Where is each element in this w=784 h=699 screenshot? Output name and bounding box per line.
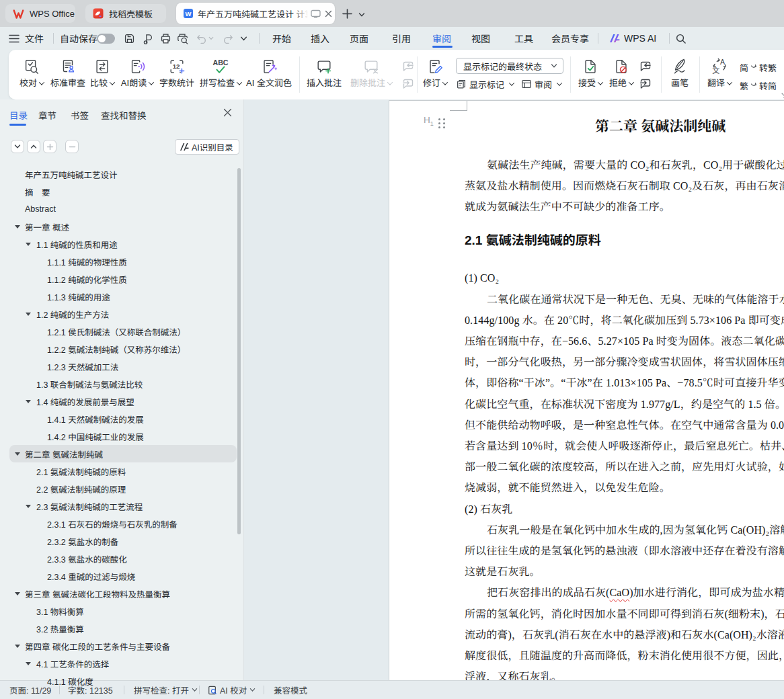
menu-file[interactable]: 文件 — [25, 27, 44, 50]
close-sidebar-icon[interactable] — [223, 108, 232, 117]
outline-item[interactable]: 摘 要 — [0, 183, 243, 200]
undo-chevron-icon — [208, 27, 214, 50]
hamburger-menu-icon[interactable] — [9, 27, 19, 50]
tab-list-chevron-icon[interactable] — [355, 8, 368, 22]
export-pdf-icon[interactable] — [143, 27, 153, 50]
outline-item[interactable]: 1.3 联合制碱法与氨碱法比较 — [0, 375, 243, 393]
outline-item[interactable]: 2.2 氨碱法制纯碱的原理 — [0, 480, 243, 497]
outline-item-label: 3.2 热量衡算 — [36, 622, 84, 635]
status-spell-check[interactable]: 拼写检查: 打开 — [134, 681, 198, 699]
outline-item-label: 第一章 概述 — [25, 220, 69, 233]
outline-expand-button[interactable] — [27, 140, 40, 153]
outline-item[interactable]: 年产五万吨纯碱工艺设计 — [0, 165, 243, 183]
sidebar-scrollbar[interactable] — [237, 168, 241, 534]
outline-collapse-button[interactable] — [11, 140, 24, 153]
tree-collapse-arrow-icon[interactable] — [15, 645, 20, 648]
outline-item-label: 1.2.3 天然碱加工法 — [47, 360, 118, 373]
monitor-icon[interactable] — [309, 7, 322, 20]
outline-item[interactable]: 1.2.3 天然碱加工法 — [0, 358, 243, 375]
save-icon[interactable] — [124, 27, 135, 50]
outline-item[interactable]: 1.1.2 纯碱的化学性质 — [0, 270, 243, 288]
chevron-down-icon — [249, 687, 256, 693]
outline-item[interactable]: 2.3.1 石灰石的煅烧与石灰乳的制备 — [0, 515, 243, 532]
menu-reference[interactable]: 引用 — [392, 27, 411, 50]
outline-item[interactable]: Abstract — [0, 200, 243, 218]
status-page-number[interactable]: 页面: 11/29 — [9, 681, 51, 699]
tab-wps-office[interactable]: WPS Office — [5, 4, 75, 23]
document-page[interactable]: H1 第二章 氨碱法制纯碱氨碱法生产纯碱，需要大量的 CO₂和石灰乳，CO₂用于… — [389, 100, 784, 680]
show-markup-button[interactable]: 显示标记 — [456, 77, 514, 91]
outline-item[interactable]: 1.4.1 天然碱制碱法的发展 — [0, 410, 243, 427]
outline-item[interactable]: 1.2.2 氨碱法制纯碱（又称苏尔维法） — [0, 340, 243, 358]
tree-collapse-arrow-icon[interactable] — [26, 662, 31, 665]
menu-wps-ai[interactable]: WPS AI — [624, 27, 656, 50]
sidebar-tab-contents[interactable]: 目录 — [9, 108, 28, 122]
outline-item[interactable]: 3.2 热量衡算 — [0, 620, 243, 637]
outline-item-label: 2.3.3 氨盐水的碳酸化 — [47, 552, 127, 565]
tab-label: 年产五万吨纯碱工艺设计 计算 — [198, 7, 308, 20]
ai-recognize-outline-button[interactable]: AI识别目录 — [175, 139, 239, 155]
close-tab-icon[interactable] — [322, 7, 335, 20]
outline-item-label: 1.4 纯碱的发展前景与展望 — [36, 395, 134, 408]
outline-item[interactable]: 1.2 纯碱的生产方法 — [0, 305, 243, 323]
status-compat-mode[interactable]: 兼容模式 — [274, 681, 307, 699]
ribbon-expand-icon[interactable] — [781, 93, 784, 98]
menu-page[interactable]: 页面 — [350, 27, 368, 50]
outline-item[interactable]: 第一章 概述 — [0, 218, 243, 235]
search-icon[interactable] — [675, 27, 687, 50]
print-icon[interactable] — [160, 27, 171, 50]
outline-item[interactable]: 第四章 碳化工段的工艺条件与主要设备 — [0, 637, 243, 655]
status-ai-proof[interactable]: AI 校对 — [208, 681, 256, 699]
simplified-to-traditional-button[interactable]: 简 转繁 — [740, 60, 777, 75]
toolbar-chevron-icon[interactable] — [240, 27, 247, 50]
outline-item[interactable]: 1.1.1 纯碱的物理性质 — [0, 253, 243, 270]
traditional-to-simplified-button[interactable]: 繁 转简 — [740, 78, 777, 93]
outline-item[interactable]: 4.1 工艺条件的选择 — [0, 655, 243, 672]
tree-collapse-arrow-icon[interactable] — [15, 592, 20, 595]
menu-tools[interactable]: 工具 — [514, 27, 533, 50]
outline-item[interactable]: 1.2.1 侯氏制碱法（又称联合制碱法） — [0, 323, 243, 340]
outline-item[interactable]: 1.4.2 中国纯碱工业的发展 — [0, 427, 243, 445]
outline-item[interactable]: 2.3.3 氨盐水的碳酸化 — [0, 550, 243, 567]
sidebar-tab-chapters[interactable]: 章节 — [38, 108, 56, 122]
markup-state-select[interactable]: 显示标记的最终状态 — [456, 58, 563, 74]
spellcheck-underline: CaO — [610, 587, 630, 598]
document-text[interactable]: 第二章 氨碱法制纯碱氨碱法生产纯碱，需要大量的 CO₂和石灰乳，CO₂用于碳酸化… — [465, 101, 784, 680]
tree-collapse-arrow-icon[interactable] — [15, 225, 20, 229]
outline-item[interactable]: 2.1 氨碱法制纯碱的原料 — [0, 462, 243, 480]
outline-item[interactable]: 1.1 纯碱的性质和用途 — [0, 235, 243, 253]
tree-collapse-arrow-icon[interactable] — [26, 243, 31, 246]
menu-home[interactable]: 开始 — [272, 27, 291, 50]
tab-document-active[interactable]: W 年产五万吨纯碱工艺设计 计算 — [176, 3, 335, 24]
new-tab-button[interactable] — [340, 7, 354, 20]
tab-docer-templates[interactable]: 找稻壳模板 — [85, 4, 166, 23]
outline-item[interactable]: 1.4 纯碱的发展前景与展望 — [0, 393, 243, 410]
autosave-toggle[interactable] — [97, 34, 115, 44]
menu-insert[interactable]: 插入 — [311, 27, 329, 50]
outline-item-label: 2.3.4 重碱的过滤与煅烧 — [47, 570, 135, 583]
outline-item-label: 1.2.2 氨碱法制纯碱（又称苏尔维法） — [47, 343, 186, 356]
print-preview-icon[interactable] — [177, 27, 189, 50]
tree-collapse-arrow-icon[interactable] — [15, 452, 20, 456]
drag-handle-icon[interactable] — [438, 118, 447, 129]
outline-item[interactable]: 2.3.2 氨盐水的制备 — [0, 532, 243, 550]
outline-item[interactable]: 1.1.3 纯碱的用途 — [0, 288, 243, 305]
review-pane-button[interactable]: 审阅 — [521, 77, 561, 91]
outline-item[interactable]: 第三章 氨碱法碳化工段物料及热量衡算 — [0, 585, 243, 602]
menu-view[interactable]: 视图 — [471, 27, 490, 50]
sidebar-tab-bookmarks[interactable]: 书签 — [71, 108, 89, 122]
outline-item[interactable]: 2.3 氨碱法制纯碱的工艺流程 — [0, 497, 243, 515]
outline-tree: 年产五万吨纯碱工艺设计摘 要Abstract第一章 概述1.1 纯碱的性质和用途… — [0, 165, 243, 690]
chevron-down-icon — [727, 79, 732, 85]
chevron-down-icon — [387, 79, 393, 85]
svg-text:12: 12 — [173, 63, 180, 70]
menu-member[interactable]: 会员专享 — [551, 27, 589, 50]
tree-collapse-arrow-icon[interactable] — [26, 313, 31, 316]
tree-collapse-arrow-icon[interactable] — [26, 400, 31, 403]
outline-item[interactable]: 2.3.4 重碱的过滤与煅烧 — [0, 567, 243, 585]
document-line: 流动的膏)，石灰乳(消石灰在水中的悬浮液)和石灰水(Ca(OH)₂水溶液( — [465, 624, 784, 645]
sidebar-tab-find-replace[interactable]: 查找和替换 — [101, 108, 147, 122]
tree-collapse-arrow-icon[interactable] — [26, 505, 31, 508]
outline-item[interactable]: 3.1 物料衡算 — [0, 602, 243, 620]
outline-item[interactable]: 第二章 氨碱法制纯碱 — [0, 445, 243, 462]
